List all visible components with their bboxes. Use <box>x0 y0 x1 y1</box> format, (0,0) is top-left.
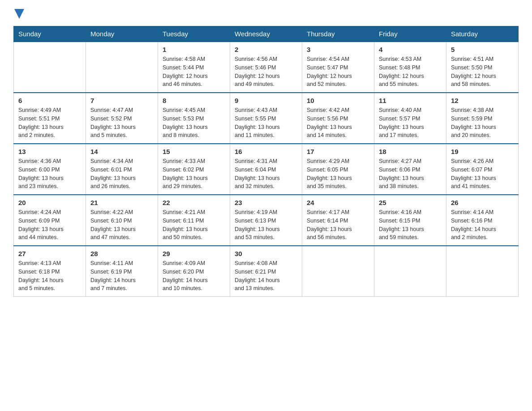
calendar-week-row: 1Sunrise: 4:58 AM Sunset: 5:44 PM Daylig… <box>14 42 519 93</box>
day-number: 10 <box>307 97 369 104</box>
day-info: Sunrise: 4:51 AM Sunset: 5:50 PM Dayligh… <box>451 55 514 89</box>
calendar-week-row: 6Sunrise: 4:49 AM Sunset: 5:51 PM Daylig… <box>14 93 519 144</box>
day-number: 9 <box>235 97 297 104</box>
day-info: Sunrise: 4:19 AM Sunset: 6:13 PM Dayligh… <box>235 208 297 242</box>
day-number: 5 <box>451 46 514 53</box>
calendar-week-row: 20Sunrise: 4:24 AM Sunset: 6:09 PM Dayli… <box>14 195 519 246</box>
calendar-cell: 5Sunrise: 4:51 AM Sunset: 5:50 PM Daylig… <box>446 42 519 93</box>
calendar-cell: 22Sunrise: 4:21 AM Sunset: 6:11 PM Dayli… <box>158 195 230 246</box>
day-number: 7 <box>90 97 153 104</box>
calendar-cell: 18Sunrise: 4:27 AM Sunset: 6:06 PM Dayli… <box>374 144 446 195</box>
day-info: Sunrise: 4:38 AM Sunset: 5:59 PM Dayligh… <box>451 106 514 140</box>
day-info: Sunrise: 4:49 AM Sunset: 5:51 PM Dayligh… <box>18 106 81 140</box>
day-number: 8 <box>163 97 225 104</box>
day-number: 14 <box>90 148 153 155</box>
day-number: 25 <box>379 199 442 206</box>
calendar-cell: 21Sunrise: 4:22 AM Sunset: 6:10 PM Dayli… <box>86 195 158 246</box>
calendar-cell: 6Sunrise: 4:49 AM Sunset: 5:51 PM Daylig… <box>14 93 86 144</box>
day-number: 26 <box>451 199 514 206</box>
day-info: Sunrise: 4:16 AM Sunset: 6:15 PM Dayligh… <box>379 208 442 242</box>
calendar-cell: 1Sunrise: 4:58 AM Sunset: 5:44 PM Daylig… <box>158 42 230 93</box>
calendar-cell: 4Sunrise: 4:53 AM Sunset: 5:48 PM Daylig… <box>374 42 446 93</box>
calendar-cell: 19Sunrise: 4:26 AM Sunset: 6:07 PM Dayli… <box>446 144 519 195</box>
calendar-cell: 11Sunrise: 4:40 AM Sunset: 5:57 PM Dayli… <box>374 93 446 144</box>
calendar-cell: 16Sunrise: 4:31 AM Sunset: 6:04 PM Dayli… <box>230 144 302 195</box>
day-number: 27 <box>18 250 81 257</box>
day-info: Sunrise: 4:26 AM Sunset: 6:07 PM Dayligh… <box>451 157 514 191</box>
day-number: 19 <box>451 148 514 155</box>
day-info: Sunrise: 4:47 AM Sunset: 5:52 PM Dayligh… <box>90 106 153 140</box>
day-number: 11 <box>379 97 442 104</box>
day-info: Sunrise: 4:31 AM Sunset: 6:04 PM Dayligh… <box>235 157 297 191</box>
calendar-cell <box>374 246 446 297</box>
day-number: 21 <box>90 199 153 206</box>
day-number: 24 <box>307 199 369 206</box>
weekday-monday: Monday <box>86 26 158 42</box>
day-info: Sunrise: 4:53 AM Sunset: 5:48 PM Dayligh… <box>379 55 442 89</box>
calendar-cell: 27Sunrise: 4:13 AM Sunset: 6:18 PM Dayli… <box>14 246 86 297</box>
calendar-cell: 20Sunrise: 4:24 AM Sunset: 6:09 PM Dayli… <box>14 195 86 246</box>
day-info: Sunrise: 4:40 AM Sunset: 5:57 PM Dayligh… <box>379 106 442 140</box>
calendar-cell: 24Sunrise: 4:17 AM Sunset: 6:14 PM Dayli… <box>302 195 374 246</box>
calendar-cell: 29Sunrise: 4:09 AM Sunset: 6:20 PM Dayli… <box>158 246 230 297</box>
day-info: Sunrise: 4:56 AM Sunset: 5:46 PM Dayligh… <box>235 55 297 89</box>
calendar-cell: 2Sunrise: 4:56 AM Sunset: 5:46 PM Daylig… <box>230 42 302 93</box>
calendar-cell <box>302 246 374 297</box>
weekday-friday: Friday <box>374 26 446 42</box>
day-number: 16 <box>235 148 297 155</box>
day-info: Sunrise: 4:14 AM Sunset: 6:16 PM Dayligh… <box>451 208 514 242</box>
day-info: Sunrise: 4:54 AM Sunset: 5:47 PM Dayligh… <box>307 55 369 89</box>
calendar-cell: 15Sunrise: 4:33 AM Sunset: 6:02 PM Dayli… <box>158 144 230 195</box>
day-number: 3 <box>307 46 369 53</box>
calendar-cell: 13Sunrise: 4:36 AM Sunset: 6:00 PM Dayli… <box>14 144 86 195</box>
weekday-header-row: SundayMondayTuesdayWednesdayThursdayFrid… <box>14 26 519 42</box>
day-number: 22 <box>163 199 225 206</box>
day-number: 4 <box>379 46 442 53</box>
calendar-cell: 7Sunrise: 4:47 AM Sunset: 5:52 PM Daylig… <box>86 93 158 144</box>
day-info: Sunrise: 4:21 AM Sunset: 6:11 PM Dayligh… <box>163 208 225 242</box>
day-info: Sunrise: 4:22 AM Sunset: 6:10 PM Dayligh… <box>90 208 153 242</box>
day-info: Sunrise: 4:27 AM Sunset: 6:06 PM Dayligh… <box>379 157 442 191</box>
calendar-body: 1Sunrise: 4:58 AM Sunset: 5:44 PM Daylig… <box>14 42 519 297</box>
calendar-cell: 17Sunrise: 4:29 AM Sunset: 6:05 PM Dayli… <box>302 144 374 195</box>
calendar-week-row: 13Sunrise: 4:36 AM Sunset: 6:00 PM Dayli… <box>14 144 519 195</box>
weekday-thursday: Thursday <box>302 26 374 42</box>
logo-triangle-icon <box>14 9 24 19</box>
weekday-wednesday: Wednesday <box>230 26 302 42</box>
day-info: Sunrise: 4:09 AM Sunset: 6:20 PM Dayligh… <box>163 259 225 293</box>
day-info: Sunrise: 4:42 AM Sunset: 5:56 PM Dayligh… <box>307 106 369 140</box>
logo <box>13 9 24 17</box>
calendar-cell <box>14 42 86 93</box>
page-header <box>13 9 519 17</box>
day-number: 13 <box>18 148 81 155</box>
day-info: Sunrise: 4:36 AM Sunset: 6:00 PM Dayligh… <box>18 157 81 191</box>
day-number: 6 <box>18 97 81 104</box>
day-number: 30 <box>235 250 297 257</box>
day-number: 2 <box>235 46 297 53</box>
calendar-cell: 28Sunrise: 4:11 AM Sunset: 6:19 PM Dayli… <box>86 246 158 297</box>
day-info: Sunrise: 4:34 AM Sunset: 6:01 PM Dayligh… <box>90 157 153 191</box>
calendar-header: SundayMondayTuesdayWednesdayThursdayFrid… <box>14 26 519 42</box>
day-number: 1 <box>163 46 225 53</box>
day-info: Sunrise: 4:33 AM Sunset: 6:02 PM Dayligh… <box>163 157 225 191</box>
calendar-cell: 25Sunrise: 4:16 AM Sunset: 6:15 PM Dayli… <box>374 195 446 246</box>
calendar-week-row: 27Sunrise: 4:13 AM Sunset: 6:18 PM Dayli… <box>14 246 519 297</box>
day-info: Sunrise: 4:58 AM Sunset: 5:44 PM Dayligh… <box>163 55 225 89</box>
weekday-saturday: Saturday <box>446 26 519 42</box>
calendar-cell: 30Sunrise: 4:08 AM Sunset: 6:21 PM Dayli… <box>230 246 302 297</box>
day-number: 12 <box>451 97 514 104</box>
calendar-cell: 23Sunrise: 4:19 AM Sunset: 6:13 PM Dayli… <box>230 195 302 246</box>
day-number: 29 <box>163 250 225 257</box>
calendar-cell <box>446 246 519 297</box>
day-info: Sunrise: 4:17 AM Sunset: 6:14 PM Dayligh… <box>307 208 369 242</box>
weekday-sunday: Sunday <box>14 26 86 42</box>
day-info: Sunrise: 4:13 AM Sunset: 6:18 PM Dayligh… <box>18 259 81 293</box>
calendar-cell <box>86 42 158 93</box>
day-info: Sunrise: 4:11 AM Sunset: 6:19 PM Dayligh… <box>90 259 153 293</box>
day-number: 28 <box>90 250 153 257</box>
day-number: 20 <box>18 199 81 206</box>
day-info: Sunrise: 4:43 AM Sunset: 5:55 PM Dayligh… <box>235 106 297 140</box>
weekday-tuesday: Tuesday <box>158 26 230 42</box>
day-info: Sunrise: 4:29 AM Sunset: 6:05 PM Dayligh… <box>307 157 369 191</box>
svg-marker-0 <box>14 9 24 19</box>
